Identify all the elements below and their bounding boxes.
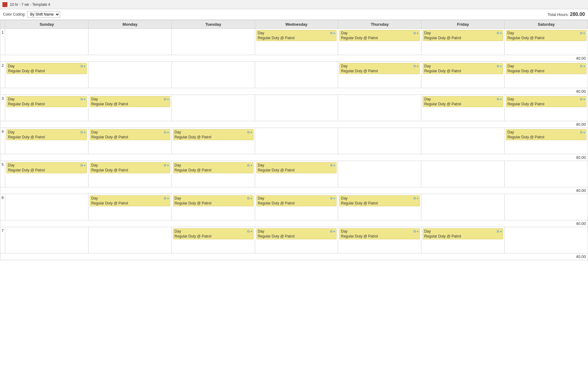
week-number-3: 3 bbox=[0, 95, 5, 121]
gear-icon[interactable]: ⚙ bbox=[496, 31, 499, 35]
shift-name-w2-d5: Day bbox=[424, 64, 431, 68]
dropdown-icon[interactable]: ▾ bbox=[167, 164, 169, 167]
dropdown-icon[interactable]: ▾ bbox=[251, 164, 252, 167]
week-row-6: 6Day⚙▾Regular Duty @ PatrolDay⚙▾Regular … bbox=[0, 194, 588, 220]
gear-icon[interactable]: ⚙ bbox=[247, 130, 250, 134]
gear-icon[interactable]: ⚙ bbox=[80, 97, 83, 101]
gear-icon[interactable]: ⚙ bbox=[330, 196, 333, 200]
gear-icon[interactable]: ⚙ bbox=[164, 130, 167, 134]
day-cell-w6-d5 bbox=[421, 194, 505, 220]
gear-icon[interactable]: ⚙ bbox=[330, 163, 333, 167]
shift-block-w6-d2: Day⚙▾Regular Duty @ Patrol bbox=[173, 195, 254, 206]
day-cell-w4-d4 bbox=[338, 128, 421, 154]
dropdown-icon[interactable]: ▾ bbox=[84, 98, 85, 101]
dropdown-icon[interactable]: ▾ bbox=[84, 65, 85, 68]
window-title: 10 hr - 7 wk - Template 4 bbox=[10, 2, 50, 7]
gear-icon[interactable]: ⚙ bbox=[80, 163, 83, 167]
shift-name-w2-d4: Day bbox=[341, 64, 347, 68]
day-cell-w3-d4 bbox=[338, 95, 421, 121]
day-cell-w7-d2: Day⚙▾Regular Duty @ Patrol bbox=[172, 227, 255, 253]
week-row-2: 2Day⚙▾Regular Duty @ PatrolDay⚙▾Regular … bbox=[0, 62, 588, 88]
gear-icon[interactable]: ⚙ bbox=[80, 130, 83, 134]
dropdown-icon[interactable]: ▾ bbox=[334, 197, 335, 200]
shift-name-w1-d6: Day bbox=[507, 31, 514, 35]
gear-icon[interactable]: ⚙ bbox=[247, 230, 250, 234]
dropdown-icon[interactable]: ▾ bbox=[251, 197, 252, 200]
dropdown-icon[interactable]: ▾ bbox=[583, 131, 585, 134]
calendar-body: 1Day⚙▾Regular Duty @ PatrolDay⚙▾Regular … bbox=[0, 29, 588, 260]
dropdown-icon[interactable]: ▾ bbox=[500, 230, 502, 233]
dropdown-icon[interactable]: ▾ bbox=[583, 98, 585, 101]
dropdown-icon[interactable]: ▾ bbox=[500, 32, 502, 35]
dropdown-icon[interactable]: ▾ bbox=[417, 65, 418, 68]
dropdown-icon[interactable]: ▾ bbox=[167, 131, 169, 134]
shift-name-w1-d3: Day bbox=[258, 31, 264, 35]
dropdown-icon[interactable]: ▾ bbox=[251, 230, 252, 233]
week-total-value-3: 40.00 bbox=[576, 122, 586, 127]
dropdown-icon[interactable]: ▾ bbox=[500, 98, 502, 101]
dropdown-icon[interactable]: ▾ bbox=[84, 164, 85, 167]
gear-icon[interactable]: ⚙ bbox=[496, 97, 499, 101]
gear-icon[interactable]: ⚙ bbox=[413, 230, 416, 234]
gear-icon[interactable]: ⚙ bbox=[580, 31, 583, 35]
shift-name-w7-d2: Day bbox=[175, 229, 181, 234]
gear-icon[interactable]: ⚙ bbox=[164, 196, 167, 200]
dropdown-icon[interactable]: ▾ bbox=[417, 32, 418, 35]
dropdown-icon[interactable]: ▾ bbox=[583, 32, 585, 35]
gear-icon[interactable]: ⚙ bbox=[164, 163, 167, 167]
dropdown-icon[interactable]: ▾ bbox=[167, 197, 169, 200]
shift-name-w1-d5: Day bbox=[424, 31, 431, 35]
gear-icon[interactable]: ⚙ bbox=[496, 230, 499, 234]
color-coding-label: Color Coding: bbox=[3, 12, 25, 17]
gear-icon[interactable]: ⚙ bbox=[580, 97, 583, 101]
shift-name-w3-d0: Day bbox=[8, 97, 14, 101]
gear-icon[interactable]: ⚙ bbox=[247, 163, 250, 167]
shift-block-w7-d3: Day⚙▾Regular Duty @ Patrol bbox=[256, 228, 337, 239]
shift-duty-w3-d1: Regular Duty @ Patrol bbox=[91, 102, 169, 106]
gear-icon[interactable]: ⚙ bbox=[413, 64, 416, 68]
shift-name-w2-d0: Day bbox=[8, 64, 14, 68]
gear-icon[interactable]: ⚙ bbox=[330, 230, 333, 234]
dropdown-icon[interactable]: ▾ bbox=[417, 230, 418, 233]
day-cell-w3-d1: Day⚙▾Regular Duty @ Patrol bbox=[89, 95, 172, 121]
gear-icon[interactable]: ⚙ bbox=[496, 64, 499, 68]
shift-block-w4-d0: Day⚙▾Regular Duty @ Patrol bbox=[6, 129, 87, 140]
dropdown-icon[interactable]: ▾ bbox=[334, 230, 335, 233]
dropdown-icon[interactable]: ▾ bbox=[251, 131, 252, 134]
shift-duty-w1-d5: Regular Duty @ Patrol bbox=[424, 36, 502, 40]
dropdown-icon[interactable]: ▾ bbox=[84, 131, 85, 134]
gear-icon[interactable]: ⚙ bbox=[580, 64, 583, 68]
shift-name-w5-d1: Day bbox=[91, 163, 98, 167]
gear-icon[interactable]: ⚙ bbox=[330, 31, 333, 35]
week-total-value-1: 40.00 bbox=[576, 56, 586, 61]
week-row-7: 7Day⚙▾Regular Duty @ PatrolDay⚙▾Regular … bbox=[0, 227, 588, 253]
week-total-7: 40.00 bbox=[0, 253, 588, 260]
gear-icon[interactable]: ⚙ bbox=[164, 97, 167, 101]
dropdown-icon[interactable]: ▾ bbox=[417, 197, 418, 200]
app-icon bbox=[2, 2, 7, 7]
shift-duty-w5-d3: Regular Duty @ Patrol bbox=[258, 168, 335, 172]
day-cell-w3-d2 bbox=[172, 95, 255, 121]
dropdown-icon[interactable]: ▾ bbox=[334, 164, 335, 167]
dropdown-icon[interactable]: ▾ bbox=[167, 98, 169, 101]
shift-duty-w1-d3: Regular Duty @ Patrol bbox=[258, 36, 335, 40]
week-number-6: 6 bbox=[0, 194, 5, 220]
week-total-row-2: 40.00 bbox=[0, 88, 588, 95]
shift-duty-w2-d0: Regular Duty @ Patrol bbox=[8, 69, 85, 73]
color-coding-select[interactable]: By Shift NameBy Shift TypeNone bbox=[27, 11, 60, 18]
day-cell-w4-d3 bbox=[255, 128, 338, 154]
day-cell-w3-d0: Day⚙▾Regular Duty @ Patrol bbox=[5, 95, 89, 121]
gear-icon[interactable]: ⚙ bbox=[413, 196, 416, 200]
week-row-5: 5Day⚙▾Regular Duty @ PatrolDay⚙▾Regular … bbox=[0, 161, 588, 187]
gear-icon[interactable]: ⚙ bbox=[413, 31, 416, 35]
dropdown-icon[interactable]: ▾ bbox=[583, 65, 585, 68]
week-total-5: 40.00 bbox=[0, 187, 588, 194]
dropdown-icon[interactable]: ▾ bbox=[334, 32, 335, 35]
gear-icon[interactable]: ⚙ bbox=[247, 196, 250, 200]
day-cell-w2-d6: Day⚙▾Regular Duty @ Patrol bbox=[505, 62, 588, 88]
gear-icon[interactable]: ⚙ bbox=[80, 64, 83, 68]
week-total-3: 40.00 bbox=[0, 121, 588, 128]
gear-icon[interactable]: ⚙ bbox=[580, 130, 583, 134]
shift-duty-w7-d3: Regular Duty @ Patrol bbox=[258, 234, 335, 238]
dropdown-icon[interactable]: ▾ bbox=[500, 65, 502, 68]
